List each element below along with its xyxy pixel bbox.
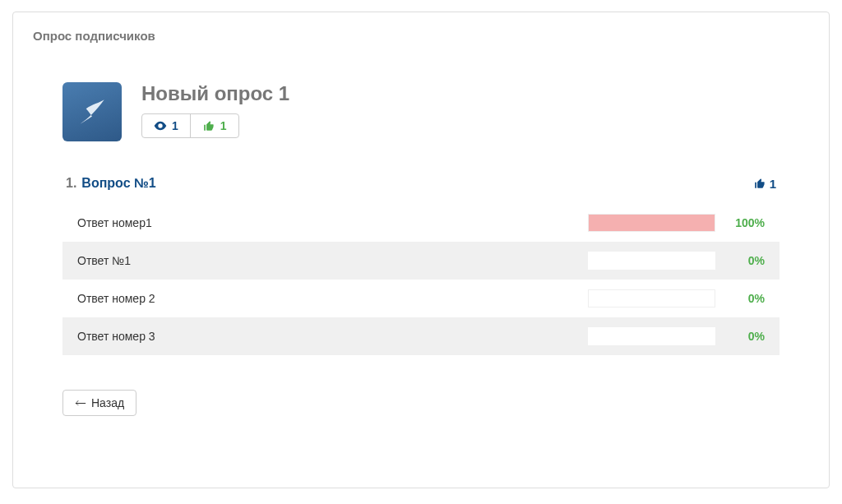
question-votes-count: 1 <box>770 177 776 191</box>
answer-bar <box>588 214 715 232</box>
answer-bar <box>588 289 715 307</box>
answers-list: Ответ номер1100%Ответ №10%Ответ номер 20… <box>62 204 780 355</box>
arrow-left-icon: 🡐 <box>75 396 86 409</box>
poll-avatar <box>62 82 122 141</box>
back-row: 🡐 Назад <box>62 390 780 416</box>
answer-label: Ответ номер 3 <box>77 330 394 343</box>
answer-bar-cell <box>588 214 715 232</box>
answer-row: Ответ номер 30% <box>62 317 780 355</box>
panel-header: Опрос подписчиков <box>13 12 829 49</box>
eye-icon <box>154 120 167 132</box>
answer-percent: 0% <box>715 330 765 343</box>
answer-bar <box>588 252 715 270</box>
feather-icon <box>74 94 110 130</box>
answer-row: Ответ номер 20% <box>62 280 780 317</box>
poll-header: Новый опрос 1 1 1 <box>62 82 780 141</box>
votes-count: 1 <box>220 119 227 132</box>
answer-percent: 100% <box>715 216 765 229</box>
question-header: 1. Вопрос №1 1 <box>62 176 780 201</box>
thumbs-up-icon <box>753 178 766 189</box>
poll-header-main: Новый опрос 1 1 1 <box>141 82 780 138</box>
back-button[interactable]: 🡐 Назад <box>62 390 136 416</box>
panel-title: Опрос подписчиков <box>33 29 809 43</box>
question-block: 1. Вопрос №1 1 Ответ номер1100%Ответ №10… <box>62 176 780 355</box>
votes-stat: 1 <box>190 114 238 137</box>
poll-stats: 1 1 <box>141 113 239 138</box>
answer-label: Ответ №1 <box>77 254 394 267</box>
answer-label: Ответ номер 2 <box>77 292 394 305</box>
answer-bar-cell <box>588 289 715 307</box>
answer-row: Ответ №10% <box>62 242 780 280</box>
poll-panel: Опрос подписчиков Новый опрос 1 1 <box>12 12 830 488</box>
views-stat: 1 <box>142 114 190 137</box>
answer-label: Ответ номер1 <box>77 216 394 229</box>
answer-bar-cell <box>588 252 715 270</box>
thumbs-up-icon <box>202 120 215 132</box>
answer-bar-cell <box>588 327 715 345</box>
question-text: Вопрос №1 <box>81 176 752 191</box>
panel-content: Новый опрос 1 1 1 <box>13 49 829 441</box>
back-label: Назад <box>91 396 124 409</box>
answer-percent: 0% <box>715 254 765 267</box>
answer-bar <box>588 327 715 345</box>
question-votes: 1 <box>753 177 776 191</box>
answer-bar-fill <box>589 215 715 231</box>
answer-row: Ответ номер1100% <box>62 204 780 242</box>
answer-percent: 0% <box>715 292 765 305</box>
views-count: 1 <box>172 119 178 132</box>
poll-title: Новый опрос 1 <box>141 82 780 105</box>
question-number: 1. <box>66 176 76 191</box>
